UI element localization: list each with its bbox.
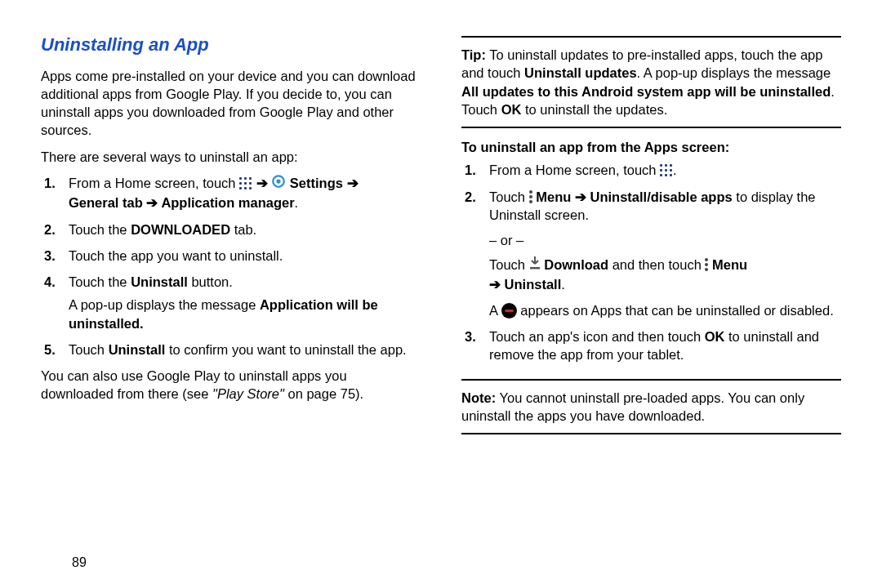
step-marker: 2. (44, 220, 56, 238)
uninstall-confirm-label: Uninstall (109, 342, 166, 357)
steps-list-right: 1. From a Home screen, touch . 2. Touch … (461, 161, 841, 363)
step-4-popup-note: A pop-up displays the message Applicatio… (69, 296, 421, 332)
or-separator: – or – (489, 231, 841, 249)
page-number: 89 (72, 555, 87, 570)
step-text: Touch an app's icon and then touch (489, 329, 705, 344)
menu-overflow-icon (705, 256, 708, 273)
step-marker: 1. (465, 161, 476, 179)
step-text: Touch the (69, 274, 131, 289)
step-1: 1. From a Home screen, touch ➔ Settings … (69, 174, 421, 212)
settings-gear-icon (271, 174, 286, 193)
step-marker: 3. (465, 327, 476, 345)
step-marker: 3. (44, 247, 56, 265)
tip-block: Tip: To uninstall updates to pre-install… (461, 46, 841, 118)
right-column: Tip: To uninstall updates to pre-install… (461, 33, 841, 443)
apps-grid-icon (660, 164, 673, 177)
manual-page: Uninstalling an App Apps come pre-instal… (0, 0, 882, 459)
svg-rect-2 (530, 267, 540, 270)
svg-point-1 (277, 179, 281, 183)
apps-grid-icon (239, 177, 252, 190)
note-label: Note: (461, 390, 496, 405)
step-text: tab. (230, 222, 256, 237)
step-marker: 1. (44, 174, 56, 192)
steps-list-left: 1. From a Home screen, touch ➔ Settings … (41, 174, 421, 359)
menu-label: Menu (712, 257, 747, 272)
intro-paragraph-1: Apps come pre-installed on your device a… (41, 67, 421, 140)
rule-after-tip (461, 127, 841, 128)
uninstall-badge-icon (501, 303, 517, 318)
step-text: Touch the (69, 222, 131, 237)
r-step-2-badge-note: A appears on Apps that can be uninstalle… (489, 301, 841, 319)
step-text: Touch the app you want to uninstall. (69, 248, 283, 263)
downloaded-tab-label: DOWNLOADED (131, 222, 230, 237)
intro-paragraph-2: There are several ways to uninstall an a… (41, 148, 421, 166)
subsection-heading: To uninstall an app from the Apps screen… (461, 138, 841, 156)
arrow-icon: ➔ (256, 176, 272, 190)
step-text: From a Home screen, touch (69, 176, 239, 190)
step-text: Touch (69, 342, 109, 357)
r-step-3: 3. Touch an app's icon and then touch OK… (489, 327, 841, 364)
settings-label: Settings (290, 176, 343, 190)
arrow-icon: ➔ (575, 189, 590, 204)
general-tab-label: General tab (69, 195, 143, 210)
note-block: Note: You cannot uninstall pre-loaded ap… (461, 389, 841, 425)
r-step-1: 1. From a Home screen, touch . (489, 161, 841, 179)
step-4: 4. Touch the Uninstall button. A pop-up … (69, 273, 421, 332)
tip-label: Tip: (461, 47, 486, 62)
arrow-icon: ➔ (347, 176, 359, 190)
menu-label: Menu (536, 189, 571, 204)
left-column: Uninstalling an App Apps come pre-instal… (41, 33, 421, 443)
download-label: Download (544, 257, 608, 272)
closing-paragraph: You can also use Google Play to uninstal… (41, 367, 421, 403)
play-store-reference: "Play Store" (212, 386, 284, 401)
step-marker: 5. (44, 341, 56, 359)
download-arrow-icon (529, 256, 541, 274)
step-3: 3. Touch the app you want to uninstall. (69, 247, 421, 265)
rule-top (461, 36, 841, 38)
uninstall-label: Uninstall (505, 277, 562, 292)
section-heading: Uninstalling an App (41, 33, 421, 57)
app-manager-label: Application manager (161, 195, 294, 210)
rule-before-note (461, 379, 841, 381)
step-text: From a Home screen, touch (489, 163, 660, 177)
rule-after-note (461, 433, 841, 434)
step-text: to confirm you want to uninstall the app… (165, 342, 406, 357)
step-text: Touch (489, 189, 529, 204)
uninstall-disable-label: Uninstall/disable apps (590, 189, 733, 204)
menu-overflow-icon (529, 189, 532, 205)
arrow-icon: ➔ (146, 195, 161, 210)
step-5: 5. Touch Uninstall to confirm you want t… (69, 341, 421, 359)
r-step-2-alt: Touch Download and then touch Menu ➔ Uni… (489, 256, 841, 293)
step-marker: 2. (465, 188, 476, 206)
step-marker: 4. (44, 273, 56, 291)
step-2: 2. Touch the DOWNLOADED tab. (69, 220, 421, 238)
step-text: button. (188, 274, 233, 289)
uninstall-button-label: Uninstall (131, 274, 188, 289)
arrow-icon: ➔ (489, 277, 505, 292)
r-step-2: 2. Touch Menu ➔ Uninstall/disable apps t… (489, 188, 841, 319)
